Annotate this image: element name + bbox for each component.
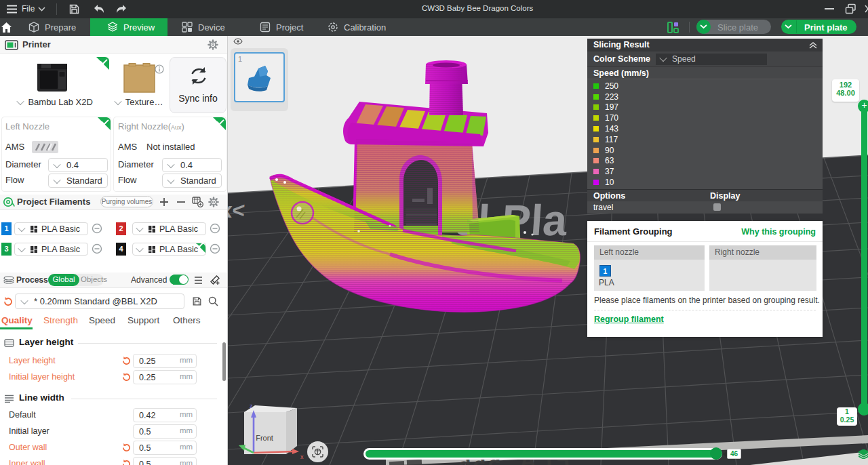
svg-text:z: z [250, 403, 253, 409]
svg-text:=x<: =x< [228, 198, 245, 222]
svg-text:x: x [300, 453, 304, 460]
svg-text:Front: Front [256, 434, 273, 442]
